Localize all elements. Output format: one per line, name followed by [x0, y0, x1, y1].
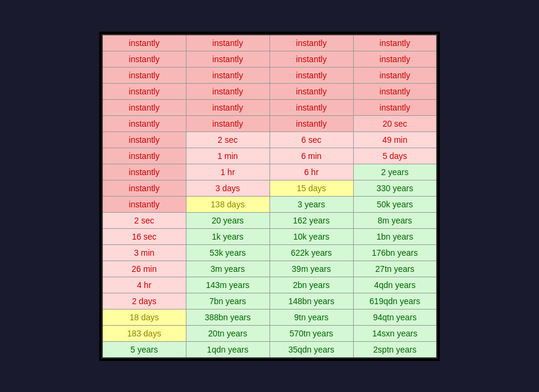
table-row: 4 hr143m years2bn years4qdn years	[102, 277, 437, 293]
table-cell: instantly	[353, 99, 437, 115]
table-cell: 20 sec	[353, 115, 437, 131]
table-cell: 2 sec	[102, 212, 186, 228]
table-cell: 8m years	[353, 212, 437, 228]
table-cell: instantly	[270, 83, 353, 99]
table-cell: 2 days	[102, 293, 186, 309]
table-cell: instantly	[186, 51, 270, 67]
table-cell: 176bn years	[353, 244, 437, 261]
table-row: 2 days7bn years148bn years619qdn years	[102, 293, 437, 309]
table-row: instantlyinstantlyinstantlyinstantly	[102, 99, 437, 115]
table-cell: 10k years	[270, 228, 353, 244]
table-cell: 138 days	[186, 196, 270, 212]
table-cell: 35qdn years	[270, 341, 353, 358]
table-cell: 9tn years	[270, 309, 353, 325]
table-cell: 1bn years	[353, 228, 437, 244]
table-cell: 50k years	[353, 196, 437, 212]
table-row: 16 sec1k years10k years1bn years	[102, 228, 437, 244]
table-cell: 330 years	[353, 180, 437, 196]
table-cell: 26 min	[102, 261, 186, 277]
table-cell: 143m years	[186, 277, 270, 293]
table-cell: instantly	[186, 115, 270, 131]
table-cell: 622k years	[270, 244, 353, 261]
table-row: 2 sec20 years162 years8m years	[102, 212, 437, 228]
table-cell: 20tn years	[186, 325, 270, 341]
table-cell: 15 days	[270, 180, 353, 196]
table-cell: 5 days	[353, 148, 437, 164]
table-cell: instantly	[102, 115, 186, 131]
table-cell: 4 hr	[102, 277, 186, 293]
table-cell: 5 years	[102, 341, 186, 358]
table-cell: 94qtn years	[353, 309, 437, 325]
table-cell: instantly	[270, 35, 353, 51]
table-row: instantly2 sec6 sec49 min	[102, 131, 437, 148]
table-cell: 39m years	[270, 261, 353, 277]
table-cell: instantly	[186, 35, 270, 51]
table-cell: 14sxn years	[353, 325, 437, 341]
table-cell: 6 hr	[270, 164, 353, 180]
table-cell: instantly	[353, 35, 437, 51]
table-row: 5 years1qdn years35qdn years2sptn years	[102, 341, 437, 358]
table-row: 26 min3m years39m years27tn years	[102, 261, 437, 277]
table-cell: instantly	[353, 51, 437, 67]
table-row: instantlyinstantlyinstantly20 sec	[102, 115, 437, 131]
table-cell: 1 hr	[186, 164, 270, 180]
table-cell: instantly	[270, 99, 353, 115]
table-cell: 2 years	[353, 164, 437, 180]
password-crack-table: instantlyinstantlyinstantlyinstantlyinst…	[102, 34, 437, 359]
table-row: instantlyinstantlyinstantlyinstantly	[102, 51, 437, 67]
table-row: instantlyinstantlyinstantlyinstantly	[102, 83, 437, 99]
table-cell: instantly	[102, 83, 186, 99]
table-cell: 162 years	[270, 212, 353, 228]
table-cell: 49 min	[353, 131, 437, 148]
table-cell: 53k years	[186, 244, 270, 261]
table-row: instantly138 days3 years50k years	[102, 196, 437, 212]
table-cell: 4qdn years	[353, 277, 437, 293]
table-cell: instantly	[353, 83, 437, 99]
table-cell: 27tn years	[353, 261, 437, 277]
table-cell: instantly	[102, 164, 186, 180]
table-cell: 2sptn years	[353, 341, 437, 358]
table-cell: 1k years	[186, 228, 270, 244]
table-cell: 388bn years	[186, 309, 270, 325]
table-cell: instantly	[270, 67, 353, 83]
table-cell: 6 sec	[270, 131, 353, 148]
table-cell: instantly	[102, 196, 186, 212]
table-cell: 3 years	[270, 196, 353, 212]
table-cell: 20 years	[186, 212, 270, 228]
table-row: 183 days20tn years570tn years14sxn years	[102, 325, 437, 341]
table-row: instantly1 hr6 hr2 years	[102, 164, 437, 180]
table-cell: 1 min	[186, 148, 270, 164]
table-cell: 619qdn years	[353, 293, 437, 309]
table-cell: 1qdn years	[186, 341, 270, 358]
main-container: instantlyinstantlyinstantlyinstantlyinst…	[99, 32, 440, 361]
table-cell: instantly	[102, 51, 186, 67]
table-cell: instantly	[186, 83, 270, 99]
table-cell: instantly	[270, 115, 353, 131]
table-cell: instantly	[102, 35, 186, 51]
table-cell: 3 min	[102, 244, 186, 261]
table-cell: 183 days	[102, 325, 186, 341]
table-cell: 570tn years	[270, 325, 353, 341]
table-row: 18 days388bn years9tn years94qtn years	[102, 309, 437, 325]
table-cell: 16 sec	[102, 228, 186, 244]
table-cell: 6 min	[270, 148, 353, 164]
table-cell: instantly	[186, 67, 270, 83]
table-row: instantlyinstantlyinstantlyinstantly	[102, 67, 437, 83]
table-cell: instantly	[270, 51, 353, 67]
table-row: 3 min53k years622k years176bn years	[102, 244, 437, 261]
table-cell: 18 days	[102, 309, 186, 325]
table-cell: instantly	[353, 67, 437, 83]
table-cell: instantly	[102, 180, 186, 196]
table-cell: 3m years	[186, 261, 270, 277]
table-cell: instantly	[102, 148, 186, 164]
table-cell: 3 days	[186, 180, 270, 196]
table-cell: instantly	[102, 99, 186, 115]
table-cell: instantly	[102, 131, 186, 148]
table-cell: 7bn years	[186, 293, 270, 309]
table-row: instantly3 days15 days330 years	[102, 180, 437, 196]
table-cell: instantly	[102, 67, 186, 83]
table-cell: 2 sec	[186, 131, 270, 148]
table-cell: instantly	[186, 99, 270, 115]
table-row: instantlyinstantlyinstantlyinstantly	[102, 35, 437, 51]
table-cell: 148bn years	[270, 293, 353, 309]
